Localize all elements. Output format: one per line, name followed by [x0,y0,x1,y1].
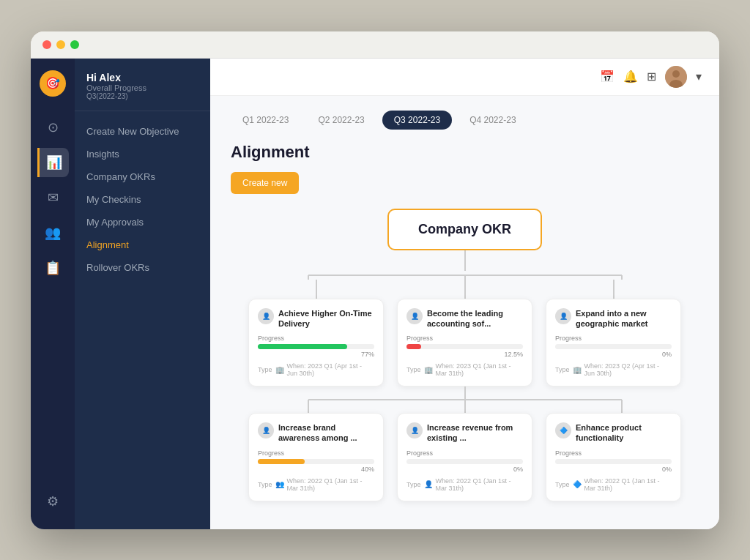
okr-card-2-header: 👤 Become the leading accounting sof... [406,308,523,329]
sidebar-icon-home[interactable]: ⊙ [38,113,67,142]
maximize-dot[interactable] [70,40,79,49]
quarter-tab-q1[interactable]: Q1 2022-23 [231,111,300,130]
sidebar-icon-report[interactable]: 📋 [38,253,67,283]
okr-card-l2-1-header: 👤 Increase brand awareness among ... [258,422,374,444]
nav-item-checkins[interactable]: My Checkins [75,188,210,211]
type-label-l2-2: Type [406,481,421,488]
page-title: Alignment [231,143,699,162]
okr-card-2[interactable]: 👤 Become the leading accounting sof... P… [397,299,532,387]
settings-icon[interactable]: ⚙ [38,487,67,516]
okr-card-l2-1-avatar: 👤 [258,422,274,438]
nav-item-create-objective[interactable]: Create New Objective [75,120,210,143]
type-label: Type [258,366,272,373]
v-line-3 [613,280,615,299]
when-label-l2-2: When: 2022 Q1 (Jan 1st - Mar 31th) [436,477,523,492]
minimize-dot[interactable] [56,40,65,49]
calendar-icon[interactable]: 📅 [600,70,615,83]
type-label-l2-1: Type [258,481,272,488]
okr-card-l2-3-title: Enhance product functionality [576,422,672,444]
avatar[interactable] [665,66,687,88]
quarter-tab-q3[interactable]: Q3 2022-23 [382,111,452,130]
nav-period: Q3(2022-23) [86,92,198,100]
okr-card-1-footer: Type 🏢 When: 2023 Q1 (Apr 1st - Jun 30th… [258,362,374,377]
type-label-3: Type [555,366,570,373]
okr-card-l2-1-fill [258,459,305,464]
sidebar-icon-message[interactable]: ✉ [38,183,67,212]
okr-card-2-bar [406,344,523,349]
okr-card-l2-2-bar [406,459,523,464]
okr-card-l2-1-bar [258,459,374,464]
okr-card-l2-2-title: Increase revenue from existing ... [427,422,523,444]
nav-item-insights[interactable]: Insights [75,143,210,165]
quarter-tabs: Q1 2022-23 Q2 2022-23 Q3 2022-23 Q4 2022… [231,111,699,130]
mid-connector-svg [238,387,692,413]
type-icon-l2-3: 🔷 [573,480,582,488]
quarter-tab-q4[interactable]: Q4 2022-23 [458,111,527,130]
sidebar-icon-team[interactable]: 👥 [38,218,67,247]
v-line-2 [464,280,466,299]
tree-connector-v1 [464,250,466,271]
level2-row: 👤 Increase brand awareness among ... Pro… [248,413,681,501]
okr-card-2-avatar: 👤 [406,308,423,324]
v-line-1 [316,280,317,299]
type-icon-l2-1: 👥 [275,480,284,488]
okr-card-1-progress-label: Progress [258,335,374,342]
nav-item-alignment[interactable]: Alignment [75,234,210,256]
quarter-tab-q2[interactable]: Q2 2022-23 [306,111,376,130]
nav-item-approvals[interactable]: My Approvals [75,211,210,234]
okr-card-3-footer: Type 🏢 When: 2023 Q2 (Apr 1st - Jun 30th… [555,362,672,377]
okr-card-l2-3-progress-label: Progress [555,449,672,457]
okr-card-3-title: Expand into a new geographic market [576,308,672,329]
okr-card-l2-1[interactable]: 👤 Increase brand awareness among ... Pro… [248,413,384,501]
nav-menu: Create New Objective Insights Company OK… [75,111,210,529]
okr-card-1-header: 👤 Achieve Higher On-Time Delivery [258,308,374,329]
okr-card-l2-2-avatar: 👤 [406,422,423,438]
close-dot[interactable] [42,40,51,49]
type-label-2: Type [406,366,421,373]
okr-card-l2-3[interactable]: 🔷 Enhance product functionality Progress… [546,413,681,501]
okr-card-2-footer: Type 🏢 When: 2023 Q1 (Jan 1st - Mar 31th… [406,362,523,377]
okr-card-l2-3-avatar: 🔷 [555,422,571,438]
icon-sidebar: 🎯 ⊙ 📊 ✉ 👥 📋 ⚙ [31,59,75,529]
company-okr-box[interactable]: Company OKR [387,209,542,250]
okr-card-l2-1-footer: Type 👥 When: 2022 Q1 (Jan 1st - Mar 31th… [258,477,374,492]
nav-sidebar: Hi Alex Overall Progress Q3(2022-23) Cre… [75,59,210,529]
okr-card-l2-2-header: 👤 Increase revenue from existing ... [406,422,523,444]
okr-card-l2-3-bar [555,459,672,464]
type-icon-3: 🏢 [573,366,582,374]
grid-icon[interactable]: ⊞ [647,70,656,83]
when-label-2: When: 2023 Q1 (Jan 1st - Mar 31th) [436,362,523,377]
nav-item-rollover[interactable]: Rollover OKRs [75,256,210,279]
okr-card-l2-2[interactable]: 👤 Increase revenue from existing ... Pro… [397,413,532,501]
okr-card-1[interactable]: 👤 Achieve Higher On-Time Delivery Progre… [248,299,384,387]
type-label-l2-3: Type [555,481,570,488]
app-window: 🎯 ⊙ 📊 ✉ 👥 📋 ⚙ Hi Alex Overall Progress Q… [31,31,719,529]
okr-card-l2-3-footer: Type 🔷 When: 2022 Q1 (Jan 1st - Mar 31th… [555,477,672,492]
okr-card-l2-1-title: Increase brand awareness among ... [278,422,374,444]
nav-user: Hi Alex Overall Progress Q3(2022-23) [75,59,210,111]
bell-icon[interactable]: 🔔 [623,70,638,83]
nav-item-company-okrs[interactable]: Company OKRs [75,165,210,188]
main-body: Q1 2022-23 Q2 2022-23 Q3 2022-23 Q4 2022… [210,96,719,529]
type-icon-l2-2: 👤 [424,480,433,488]
sidebar-icon-chart[interactable]: 📊 [37,148,69,177]
nav-greeting: Hi Alex [86,72,198,83]
branch-3: 👤 Expand into a new geographic market Pr… [546,280,681,387]
okr-card-l2-2-footer: Type 👤 When: 2022 Q1 (Jan 1st - Mar 31th… [406,477,523,492]
okr-card-3-pct: 0% [555,351,672,358]
okr-card-2-title: Become the leading accounting sof... [427,308,523,329]
okr-card-3[interactable]: 👤 Expand into a new geographic market Pr… [546,299,681,387]
h-connector-line [238,271,692,280]
create-new-button[interactable]: Create new [231,172,299,194]
svg-point-1 [672,70,680,78]
nav-sub: Overall Progress [86,83,198,92]
okr-card-1-avatar: 👤 [258,308,274,324]
okr-card-3-header: 👤 Expand into a new geographic market [555,308,672,329]
okr-card-1-title: Achieve Higher On-Time Delivery [278,308,374,329]
titlebar [31,31,719,59]
main-content: 📅 🔔 ⊞ ▾ Q1 2022-23 Q2 2022-23 [210,59,719,529]
mid-connector [238,387,692,413]
chevron-down-icon[interactable]: ▾ [696,70,702,83]
okr-card-l2-1-progress-label: Progress [258,449,374,457]
branch-2: 👤 Become the leading accounting sof... P… [397,280,532,387]
